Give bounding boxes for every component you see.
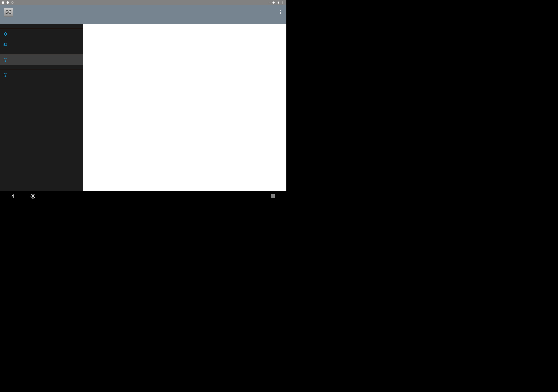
components-icon — [3, 42, 8, 47]
back-button[interactable] — [10, 194, 15, 198]
app-logo-icon: SC — [4, 8, 13, 17]
info-icon — [3, 57, 8, 62]
recents-button[interactable] — [271, 194, 275, 198]
info-icon — [3, 72, 8, 77]
home-button[interactable] — [30, 193, 36, 199]
svg-point-6 — [5, 59, 6, 60]
airplane-icon — [277, 1, 280, 4]
overflow-menu-button[interactable] — [278, 9, 283, 15]
sidebar — [0, 24, 83, 191]
sidebar-item-component-test[interactable] — [0, 39, 83, 50]
indicator-dot-active-icon — [7, 1, 9, 4]
picture-icon — [1, 1, 4, 4]
sidebar-item-device[interactable] — [0, 54, 83, 65]
section-tablet-info — [0, 50, 83, 54]
detail-panel[interactable] — [83, 24, 286, 191]
status-bar — [0, 0, 286, 5]
svg-point-9 — [5, 74, 6, 75]
sidebar-item-system-test[interactable] — [0, 28, 83, 39]
system-nav-bar — [0, 191, 286, 201]
sidebar-item-history[interactable] — [0, 69, 83, 80]
battery-icon — [281, 1, 284, 4]
section-test-tablet — [0, 24, 83, 28]
gear-icon — [3, 31, 8, 36]
action-bar: SC — [0, 5, 286, 24]
indicator-dot-inactive-icon — [11, 1, 14, 4]
section-test-history — [0, 65, 83, 69]
bluetooth-icon — [268, 1, 270, 4]
svg-point-11 — [32, 195, 34, 197]
wifi-icon — [272, 1, 275, 4]
